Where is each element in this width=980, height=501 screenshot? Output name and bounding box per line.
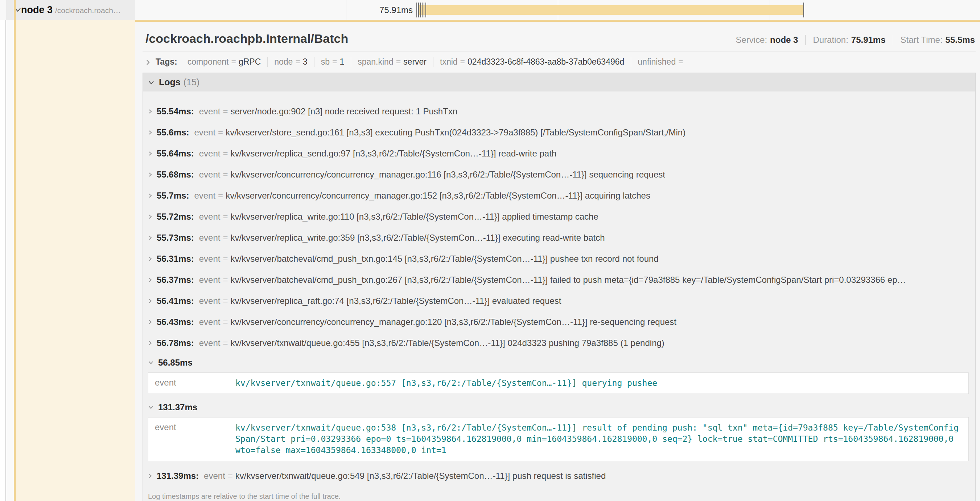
meta-divider — [893, 35, 893, 45]
log-field-key: event — [199, 169, 221, 180]
log-field-key: event — [199, 317, 221, 327]
log-entry-row[interactable]: 55.7ms: event = kv/kvserver/concurrency/… — [143, 185, 975, 206]
tags-row[interactable]: Tags: component=gRPC node=3 sb=1 span.ki… — [143, 52, 976, 72]
span-detail-panel: /cockroach.roachpb.Internal/Batch Servic… — [135, 20, 980, 501]
chevron-right-icon[interactable] — [148, 150, 152, 157]
log-entry-row[interactable]: 55.73ms: event = kv/kvserver/replica_wri… — [143, 227, 975, 248]
span-operation-name: /cockroach.roach… — [55, 6, 121, 15]
log-field-key: event — [194, 191, 215, 201]
equals-sign: = — [223, 317, 228, 327]
log-timestamp: 56.78ms: — [157, 338, 194, 348]
tag-value: 1 — [339, 57, 344, 67]
equals-sign: = — [223, 106, 228, 116]
log-timestamp: 55.68ms: — [157, 169, 194, 180]
log-field-key: event — [199, 338, 221, 348]
log-entry-row[interactable]: 131.39ms: event = kv/kvserver/txnwait/qu… — [143, 466, 975, 487]
equals-sign: = — [396, 57, 401, 67]
chevron-right-icon[interactable] — [148, 192, 152, 199]
tag-item: sb=1 — [315, 57, 352, 67]
equals-sign: = — [295, 57, 300, 67]
span-end-marker — [803, 3, 804, 18]
log-field-value: kv/kvserver/txnwait/queue.go:557 [n3,s3,… — [235, 378, 657, 389]
equals-sign: = — [231, 57, 236, 67]
meta-divider — [805, 35, 805, 45]
log-message: kv/kvserver/concurrency/concurrency_mana… — [226, 191, 650, 201]
log-message: kv/kvserver/replica_send.go:97 [n3,s3,r6… — [230, 148, 556, 159]
span-meta: Service: node 3 Duration: 75.91ms Start … — [735, 35, 975, 45]
chevron-right-icon[interactable] — [148, 255, 152, 262]
selected-span-row-highlight[interactable] — [6, 20, 135, 501]
log-message: kv/kvserver/replica_write.go:110 [n3,s3,… — [230, 212, 598, 222]
log-detail-box: event kv/kvserver/txnwait/queue.go:538 [… — [148, 417, 969, 461]
chevron-right-icon[interactable] — [148, 340, 152, 346]
equals-sign: = — [678, 57, 683, 67]
chevron-right-icon[interactable] — [148, 171, 152, 178]
chevron-down-icon[interactable] — [148, 80, 154, 85]
log-message: kv/kvserver/batcheval/cmd_push_txn.go:14… — [230, 254, 658, 264]
equals-sign: = — [218, 128, 223, 137]
tag-item: component=gRPC — [181, 57, 268, 67]
log-timestamp: 56.85ms — [158, 357, 192, 368]
log-entry-row[interactable]: 55.68ms: event = kv/kvserver/concurrency… — [143, 164, 975, 185]
tag-value: server — [403, 57, 426, 67]
log-entry-row[interactable]: 55.72ms: event = kv/kvserver/replica_wri… — [143, 206, 975, 227]
logs-title: Logs — [159, 77, 181, 88]
chevron-right-icon[interactable] — [148, 473, 152, 479]
chevron-right-icon[interactable] — [148, 235, 152, 241]
log-group-header[interactable]: 56.85ms — [143, 354, 975, 372]
tag-key: node — [274, 57, 293, 67]
log-field-key: event — [155, 378, 235, 389]
log-group-header[interactable]: 131.37ms — [143, 398, 975, 416]
log-message: server/node.go:902 [n3] node received re… — [230, 106, 457, 116]
log-entry-row[interactable]: 55.6ms: event = kv/kvserver/store_send.g… — [143, 122, 975, 143]
log-entry-row[interactable]: 55.64ms: event = kv/kvserver/replica_sen… — [143, 143, 975, 164]
log-message: kv/kvserver/replica_raft.go:74 [n3,s3,r6… — [230, 296, 561, 306]
log-field-key: event — [199, 275, 221, 285]
log-field-key: event — [155, 422, 235, 456]
log-field-key: event — [194, 128, 215, 137]
chevron-right-icon[interactable] — [148, 214, 152, 220]
chevron-right-icon[interactable] — [148, 129, 152, 136]
duration-value: 75.91ms — [851, 35, 886, 45]
span-detail-header: /cockroach.roachpb.Internal/Batch Servic… — [143, 22, 976, 51]
log-entry-row[interactable]: 56.31ms: event = kv/kvserver/batcheval/c… — [143, 248, 975, 270]
log-timestamp: 131.37ms — [158, 402, 197, 412]
equals-sign: = — [223, 169, 228, 180]
tag-key: component — [188, 57, 229, 67]
tag-item: span.kind=server — [351, 57, 433, 67]
chevron-right-icon[interactable] — [148, 319, 152, 325]
tag-key: unfinished — [638, 57, 676, 67]
tag-key: sb — [321, 57, 330, 67]
log-message: kv/kvserver/batcheval/cmd_push_txn.go:26… — [230, 275, 906, 285]
log-message: kv/kvserver/store_send.go:161 [n3,s3] ex… — [226, 128, 686, 137]
log-field-key: event — [199, 148, 221, 159]
equals-sign: = — [223, 148, 228, 159]
equals-sign: = — [223, 296, 228, 306]
log-entry-row[interactable]: 55.54ms: event = server/node.go:902 [n3]… — [143, 101, 975, 122]
log-entry-row[interactable]: 56.43ms: event = kv/kvserver/concurrency… — [143, 311, 975, 333]
log-entry-row[interactable]: 56.78ms: event = kv/kvserver/txnwait/que… — [143, 333, 975, 354]
log-field-key: event — [199, 233, 221, 243]
log-message: kv/kvserver/txnwait/queue.go:549 [n3,s3,… — [235, 471, 606, 481]
logs-section-header[interactable]: Logs (15) — [143, 73, 975, 91]
tag-item: unfinished= — [631, 57, 692, 67]
log-entry-row[interactable]: 56.41ms: event = kv/kvserver/replica_raf… — [143, 290, 975, 311]
chevron-right-icon[interactable] — [148, 108, 152, 115]
tag-item: txnid=024d3323-6c8f-4863-aa8b-37ab0e6349… — [433, 57, 631, 67]
span-color-stripe — [14, 20, 16, 501]
tag-item: node=3 — [268, 57, 314, 67]
log-field-key: event — [204, 471, 225, 481]
log-entry-row[interactable]: 56.37ms: event = kv/kvserver/batcheval/c… — [143, 270, 975, 290]
chevron-right-icon[interactable] — [148, 277, 152, 283]
chevron-down-icon[interactable] — [148, 360, 154, 365]
log-timestamp: 55.7ms: — [157, 191, 189, 201]
trace-span-detail-screen: node 3 /cockroach.roach… 75.91ms /cockro… — [0, 0, 980, 501]
span-duration-bar[interactable] — [418, 5, 803, 15]
chevron-right-icon[interactable] — [148, 298, 152, 304]
chevron-right-icon[interactable] — [145, 59, 151, 66]
logs-list: 55.54ms: event = server/node.go:902 [n3]… — [143, 91, 975, 501]
equals-sign: = — [228, 471, 233, 481]
tag-value: 3 — [303, 57, 307, 67]
chevron-down-icon[interactable] — [148, 405, 154, 410]
log-field-key: event — [199, 254, 221, 264]
